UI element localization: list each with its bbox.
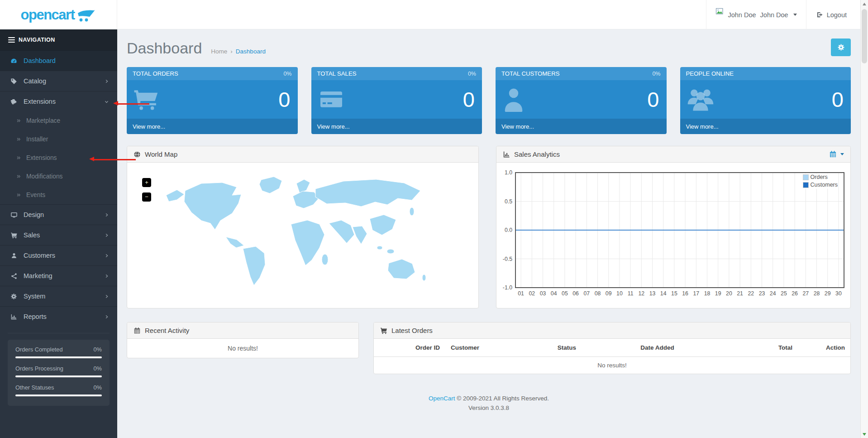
topbar-right: John Doe John Doe Logout — [706, 0, 857, 29]
scrollbar-thumb[interactable] — [862, 9, 867, 63]
tile-value: 0 — [278, 89, 290, 110]
stat-tiles: TOTAL ORDERS 0% 0 View more... TOTAL SAL… — [127, 67, 851, 134]
latest-orders-header: Latest Orders — [374, 322, 850, 339]
tile-body: 0 — [127, 80, 298, 119]
credit-card-icon — [318, 89, 345, 111]
sidebar-item-marketing[interactable]: Marketing — [0, 265, 117, 286]
tile-percent: 0% — [468, 71, 476, 77]
user-icon — [10, 252, 18, 259]
stat-progress-bar — [15, 356, 102, 358]
hamburger-icon — [8, 37, 15, 43]
breadcrumb-home-link[interactable]: Home — [211, 48, 227, 55]
x-tick-label: 13 — [649, 290, 656, 297]
sidebar-item-reports[interactable]: Reports — [0, 306, 117, 327]
opencart-footer-link[interactable]: OpenCart — [429, 395, 455, 402]
view-more-link[interactable]: View more... — [317, 123, 350, 130]
x-tick-label: 03 — [540, 290, 546, 297]
annotation-arrow-extensions-subitem — [94, 159, 136, 160]
sidebar-item-extensions[interactable]: Extensions — [0, 91, 117, 111]
chart-range-dropdown[interactable] — [829, 150, 844, 158]
scrollbar-down-button[interactable] — [861, 430, 868, 438]
chevron-right-icon — [104, 212, 109, 217]
tile-header: TOTAL CUSTOMERS 0% — [496, 67, 667, 80]
tile-title: TOTAL SALES — [317, 70, 357, 77]
column-action: Action — [798, 339, 850, 357]
sidebar-subitem-events[interactable]: Events — [0, 186, 117, 204]
stat-value: 0% — [94, 384, 102, 391]
tile-header: PEOPLE ONLINE — [680, 67, 851, 80]
sidebar-item-label: Sales — [24, 231, 40, 239]
recent-activity-header: Recent Activity — [127, 322, 358, 339]
map-zoom-out-button[interactable]: − — [142, 193, 151, 202]
legend-orders: Orders — [803, 173, 838, 181]
customers-swatch — [803, 182, 809, 188]
x-tick-label: 28 — [814, 290, 820, 297]
gear-icon — [10, 293, 18, 300]
sidebar-item-customers[interactable]: Customers — [0, 245, 117, 265]
column-total: Total — [707, 339, 798, 357]
x-tick-label: 07 — [583, 290, 590, 297]
sidebar-item-system[interactable]: System — [0, 286, 117, 306]
world-map-header: World Map — [127, 146, 478, 163]
sidebar-subitem-marketplace[interactable]: Marketplace — [0, 111, 117, 130]
sidebar-subitem-installer[interactable]: Installer — [0, 130, 117, 149]
breadcrumb-current-link[interactable]: Dashboard — [236, 48, 266, 55]
user-dropdown[interactable]: John Doe John Doe — [706, 0, 806, 29]
copyright-line: OpenCart © 2009-2021 All Rights Reserved… — [127, 394, 851, 404]
stat-orders-completed: Orders Completed 0% — [15, 346, 102, 353]
vertical-scrollbar[interactable] — [860, 0, 868, 438]
latest-orders-panel: Latest Orders Order ID Customer Status D… — [373, 322, 851, 374]
x-tick-label: 30 — [835, 290, 842, 297]
x-tick-label: 05 — [562, 290, 568, 297]
x-tick-label: 12 — [638, 290, 644, 297]
sidebar-subitem-modifications[interactable]: Modifications — [0, 167, 117, 186]
x-tick-label: 02 — [529, 290, 535, 297]
dashboard-settings-button[interactable] — [831, 39, 851, 56]
sidebar-item-label: Reports — [24, 313, 47, 320]
recent-activity-panel: Recent Activity No results! — [127, 322, 359, 358]
tile-footer: View more... — [127, 119, 298, 134]
x-tick-label: 16 — [682, 290, 688, 297]
stat-orders-processing: Orders Processing 0% — [15, 365, 102, 372]
page-footer: OpenCart © 2009-2021 All Rights Reserved… — [127, 394, 851, 413]
world-map-graphic[interactable] — [158, 170, 448, 297]
arrow-down-icon — [863, 433, 866, 436]
logout-button[interactable]: Logout — [806, 0, 857, 29]
top-bar: opencart John Doe John Doe Logout — [0, 0, 868, 29]
sidebar-subitem-label: Marketplace — [26, 117, 60, 124]
panel-title: Recent Activity — [145, 327, 189, 334]
column-status: Status — [526, 339, 607, 357]
scrollbar-up-button[interactable] — [861, 0, 868, 8]
sidebar-item-label: System — [24, 293, 45, 300]
x-tick-label: 26 — [792, 290, 798, 297]
row-activity-orders: Recent Activity No results! Latest Order… — [127, 322, 851, 374]
sidebar-subitem-label: Events — [26, 192, 45, 198]
arrow-up-icon — [863, 3, 866, 5]
tile-title: TOTAL ORDERS — [133, 70, 178, 77]
tile-title: TOTAL CUSTOMERS — [501, 70, 559, 77]
opencart-logo[interactable]: opencart — [0, 0, 117, 29]
sidebar-item-design[interactable]: Design — [0, 204, 117, 225]
view-more-link[interactable]: View more... — [133, 123, 165, 130]
caret-down-icon — [793, 14, 797, 16]
sidebar-item-dashboard[interactable]: Dashboard — [0, 50, 117, 71]
chevron-right-icon — [104, 79, 109, 84]
table-row: No results! — [374, 357, 850, 374]
sidebar-item-catalog[interactable]: Catalog — [0, 71, 117, 91]
y-tick-label: 0.0 — [505, 227, 512, 233]
tile-title: PEOPLE ONLINE — [686, 70, 734, 77]
map-zoom-in-button[interactable]: + — [142, 178, 151, 187]
latest-orders-table: Order ID Customer Status Date Added Tota… — [374, 339, 850, 374]
view-more-link[interactable]: View more... — [501, 123, 534, 130]
user-image-alt: John Doe — [728, 11, 756, 19]
tile-body: 0 — [311, 80, 482, 119]
tile-total-orders: TOTAL ORDERS 0% 0 View more... — [127, 67, 298, 134]
view-more-link[interactable]: View more... — [686, 123, 719, 130]
sidebar-item-label: Dashboard — [24, 57, 56, 64]
sidebar-item-sales[interactable]: Sales — [0, 225, 117, 245]
tile-header: TOTAL SALES 0% — [311, 67, 482, 80]
sidebar-subitem-extensions[interactable]: Extensions — [0, 149, 117, 167]
panel-title: Sales Analytics — [514, 150, 560, 158]
x-tick-label: 25 — [781, 290, 787, 297]
x-tick-label: 06 — [572, 290, 579, 297]
